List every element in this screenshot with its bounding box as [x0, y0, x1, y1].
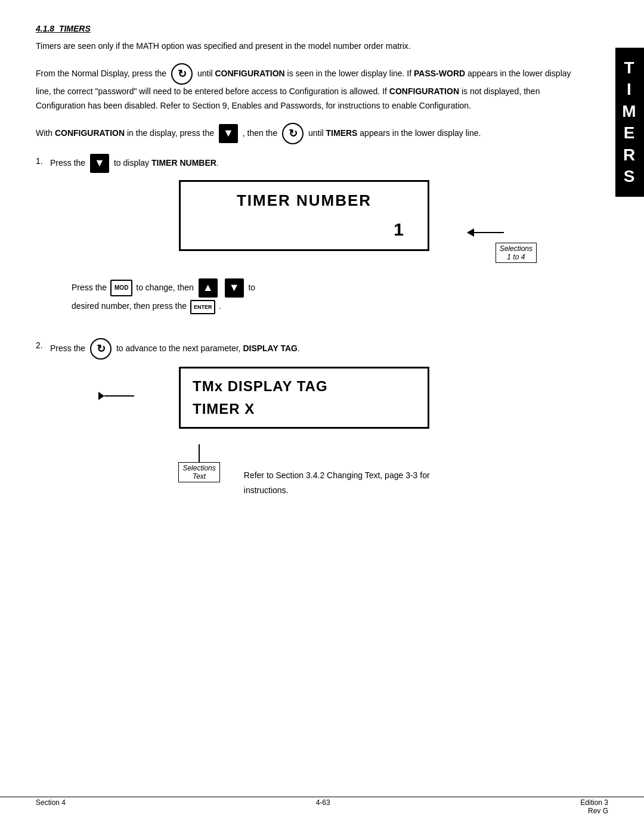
footer-right: Edition 3 Rev G	[580, 798, 608, 815]
arrow-indicator	[467, 228, 504, 237]
section-heading: TIMERS	[59, 24, 91, 33]
arrow-head-2	[98, 392, 104, 400]
arrow-line	[474, 232, 504, 233]
paragraph-2: With CONFIGURATION in the display, press…	[36, 123, 572, 144]
selections-1-container: Selections 1 to 4	[496, 243, 537, 263]
display-tag-line1: TMx DISPLAY TAG	[181, 368, 428, 398]
down-arrow-icon-3: ▼	[225, 278, 244, 298]
refer-line1: Refer to Section 3.4.2 Changing Text, pa…	[244, 468, 430, 483]
p2-rest: appears in the lower display line.	[360, 128, 481, 138]
step1-bold: TIMER NUMBER	[151, 158, 216, 168]
controls-mid2: to	[248, 283, 255, 292]
selections-1-value: 1 to 4	[500, 253, 532, 261]
timer-number-title: TIMER NUMBER	[181, 182, 428, 215]
mod-icon: MOD	[110, 280, 132, 296]
step1-content: Press the ▼ to display TIMER NUMBER.	[50, 154, 219, 173]
controls-text-2: desired number, then press the ENTER .	[72, 298, 572, 314]
p2-timers: TIMERS	[326, 128, 358, 138]
p1-mid2: is seen in the lower display line. If	[287, 69, 412, 78]
enter-icon: ENTER	[190, 300, 216, 314]
controls-pre: Press the	[72, 283, 107, 292]
step2-period: .	[298, 343, 300, 353]
step2-content: Press the ↻ to advance to the next param…	[50, 338, 300, 360]
p2-mid2: , then the	[243, 128, 277, 138]
side-tab: TIMERS	[615, 48, 644, 197]
step1-period: .	[216, 158, 219, 168]
refer-line2: instructions.	[244, 483, 430, 498]
timer-number-value: 1	[181, 215, 428, 249]
step1-number: 1.	[36, 154, 48, 169]
main-content: 4.1.8 TIMERS Timers are seen only if the…	[36, 24, 608, 498]
p2-pre: With	[36, 128, 52, 138]
p1-pre: From the Normal Display, press the	[36, 69, 166, 78]
step-2: 2. Press the ↻ to advance to the next pa…	[36, 338, 572, 498]
step2-number: 2.	[36, 338, 48, 353]
up-arrow-icon: ▲	[199, 278, 218, 298]
intro-text: Timers are seen only if the MATH option …	[36, 41, 411, 51]
selections-2-box: Selections Text	[178, 462, 219, 482]
circle-arrow-icon-2: ↻	[282, 123, 304, 144]
selections-1-box: Selections 1 to 4	[496, 243, 537, 263]
footer-center: 4-63	[316, 798, 330, 815]
display-tag-arrow	[104, 395, 134, 397]
controls-text: Press the MOD to change, then ▲ ▼ to	[72, 278, 572, 298]
refer-text: Refer to Section 3.4.2 Changing Text, pa…	[244, 444, 430, 498]
circle-arrow-icon-1: ↻	[171, 63, 193, 85]
intro-paragraph: Timers are seen only if the MATH option …	[36, 39, 572, 52]
selections-2-wrapper: Selections Text	[178, 444, 219, 482]
selections-2-sub: Text	[182, 472, 215, 481]
footer-edition: Edition 3	[580, 798, 608, 807]
controls-mid: to change, then	[136, 283, 194, 292]
display-tag-box: TMx DISPLAY TAG TIMER X	[179, 367, 429, 429]
footer-rev: Rev G	[580, 807, 608, 815]
p1-config2: CONFIGURATION	[389, 86, 459, 96]
footer-line	[0, 797, 644, 797]
step2-pre: Press the	[50, 343, 85, 353]
page-container: TIMERS 4.1.8 TIMERS Timers are seen only…	[0, 0, 644, 833]
p2-until: until	[308, 128, 324, 138]
display-tag-diagram: TMx DISPLAY TAG TIMER X	[36, 367, 572, 438]
step1-pre: Press the	[50, 158, 85, 168]
footer-left: Section 4	[36, 798, 66, 815]
arrow-head	[467, 228, 474, 237]
controls-area: Press the MOD to change, then ▲ ▼ to des…	[72, 278, 572, 314]
selections-1-label: Selections	[500, 244, 532, 253]
arrow-line-2	[104, 395, 134, 397]
step2-mid: to advance to the next parameter,	[116, 343, 241, 353]
step1-post: to display	[114, 158, 149, 168]
paragraph-1: From the Normal Display, press the ↻ unt…	[36, 63, 572, 113]
step2-bottom: Selections Text Refer to Section 3.4.2 C…	[36, 444, 572, 498]
controls-period: .	[219, 301, 221, 311]
p2-config: CONFIGURATION	[55, 128, 125, 138]
p2-mid: in the display, press the	[127, 128, 214, 138]
down-arrow-icon-2: ▼	[90, 154, 109, 173]
section-title: 4.1.8 TIMERS	[36, 24, 572, 33]
step2-bold: DISPLAY TAG	[243, 343, 298, 353]
p1-mid: until	[197, 69, 213, 78]
section-number: 4.1.8	[36, 24, 54, 33]
timer-number-diagram: TIMER NUMBER 1	[36, 180, 572, 261]
display-tag-line2: TIMER X	[181, 398, 428, 427]
step-1: 1. Press the ▼ to display TIMER NUMBER.	[36, 154, 572, 173]
controls-post: desired number, then press the	[72, 301, 187, 311]
p1-config: CONFIGURATION	[215, 69, 285, 78]
timer-number-display: TIMER NUMBER 1	[179, 180, 429, 251]
step2-item: 2. Press the ↻ to advance to the next pa…	[36, 338, 572, 360]
vert-line	[199, 444, 200, 462]
p1-password: PASS-WORD	[414, 69, 465, 78]
footer: Section 4 4-63 Edition 3 Rev G	[0, 798, 644, 815]
selections-2-label: Selections	[182, 464, 215, 472]
circle-arrow-icon-3: ↻	[90, 338, 112, 360]
down-arrow-icon-1: ▼	[219, 124, 238, 143]
